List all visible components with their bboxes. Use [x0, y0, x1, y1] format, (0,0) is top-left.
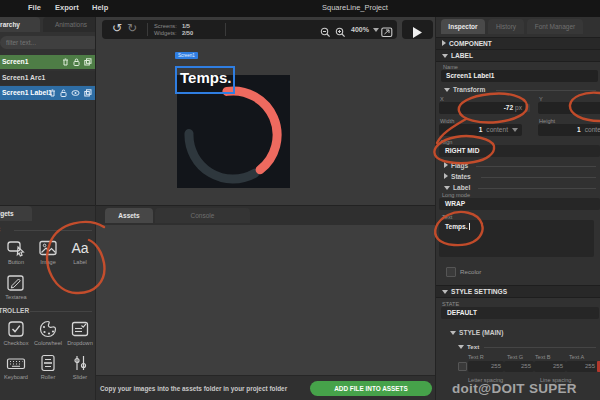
state-dropdown[interactable]: DEFAULT — [441, 307, 599, 319]
flags-section-header[interactable]: Flags — [444, 162, 468, 169]
duplicate-icon[interactable] — [84, 58, 92, 66]
widget-label-tool[interactable]: Aa Label — [65, 237, 95, 270]
lock-icon[interactable] — [73, 58, 80, 66]
hierarchy-row-arc1[interactable]: Screen1 Arc1 — [0, 71, 95, 85]
text-g-label: Text G — [507, 354, 523, 360]
name-input[interactable]: Screen1 Label1 — [441, 70, 598, 82]
menu-file[interactable]: File — [28, 3, 41, 12]
label-widget[interactable]: Temps. — [177, 68, 233, 88]
section-controller: CONTROLLER — [0, 307, 29, 314]
hierarchy-row-screen1[interactable]: Screen1 — [0, 55, 95, 69]
tab-assets[interactable]: Assets — [105, 208, 153, 223]
transform-section-header[interactable]: Transform — [444, 86, 485, 93]
widget-slider[interactable]: Slider — [65, 352, 95, 385]
menu-help[interactable]: Help — [92, 3, 108, 12]
widget-checkbox[interactable]: Checkbox — [1, 318, 31, 351]
widget-label: Image — [33, 259, 63, 265]
style-settings-section-header[interactable]: STYLE SETTINGS — [436, 285, 600, 298]
section-divider — [484, 347, 596, 348]
selection-tag: Screen1 — [175, 52, 198, 59]
long-mode-dropdown[interactable]: WRAP — [439, 198, 600, 210]
tab-console[interactable]: Console — [155, 208, 250, 223]
text-a-input[interactable]: 255 — [566, 361, 598, 372]
toolbar-divider — [225, 23, 226, 36]
width-input[interactable]: 1content — [439, 124, 522, 136]
zoom-level-value[interactable]: 400% — [351, 20, 369, 39]
fit-screen-icon[interactable] — [381, 24, 393, 42]
assets-bottom-bar: Copy your images into the assets folder … — [95, 375, 435, 400]
recolor-checkbox[interactable] — [446, 267, 456, 277]
text-style-section-header[interactable]: Text — [458, 343, 479, 350]
widget-label: Roller — [33, 374, 63, 380]
text-caret — [469, 223, 470, 230]
align-dropdown[interactable]: RIGHT MID — [439, 145, 600, 157]
widget-colorwheel[interactable]: Colorwheel — [33, 318, 63, 351]
screens-count-value: 1/5 — [182, 23, 190, 30]
add-file-into-assets-button[interactable]: ADD FILE INTO ASSETS — [310, 381, 432, 396]
text-g-input[interactable]: 255 — [504, 361, 534, 372]
expand-arrow-icon — [442, 40, 446, 46]
tab-animations[interactable]: Animations — [43, 17, 96, 32]
design-canvas[interactable]: ↺ ↻ Screens: 1/5 Widgets: 2/50 400% Scre… — [95, 17, 435, 205]
label-section-header[interactable]: LABEL — [436, 49, 600, 62]
tab-font-manager[interactable]: Font Manager — [527, 19, 583, 34]
expand-arrow-icon — [444, 173, 448, 179]
delete-icon[interactable] — [62, 58, 69, 66]
x-stepper[interactable] — [525, 104, 530, 112]
tab-history[interactable]: History — [488, 19, 524, 34]
widgets-count-value: 2/50 — [182, 30, 193, 37]
widget-label: Dropdown — [65, 340, 95, 346]
arc-track — [189, 134, 255, 180]
label-subsection-header[interactable]: Label — [444, 184, 470, 191]
duplicate-icon[interactable] — [84, 89, 92, 97]
menu-export[interactable]: Export — [55, 3, 79, 12]
zoom-dropdown-icon[interactable] — [373, 28, 379, 32]
recolor-label: Recolor — [460, 268, 481, 275]
text-r-input[interactable]: 255 — [468, 361, 504, 372]
widget-keyboard[interactable]: Keyboard — [1, 352, 31, 385]
selection-box[interactable]: Screen1 Temps. — [175, 66, 235, 94]
text-color-checkbox[interactable] — [458, 362, 467, 371]
text-textarea[interactable]: Temps. — [439, 220, 594, 257]
inspector-panel: Inspector History Font Manager COMPONENT… — [435, 17, 600, 400]
widget-dropdown[interactable]: Dropdown — [65, 318, 95, 351]
widget-label: Label — [65, 259, 95, 265]
hierarchy-row-name: Screen1 — [2, 58, 28, 65]
tab-hierarchy[interactable]: Hierarchy — [0, 17, 40, 32]
zoom-in-icon[interactable] — [335, 24, 346, 42]
delete-icon[interactable] — [49, 89, 56, 97]
widget-image[interactable]: Image — [33, 237, 63, 270]
play-button[interactable] — [402, 20, 433, 39]
states-section-header[interactable]: States — [444, 173, 471, 180]
roller-widget-icon — [33, 352, 63, 374]
collapse-arrow-icon — [444, 186, 450, 190]
tab-inspector[interactable]: Inspector — [441, 19, 485, 34]
y-input[interactable]: -59 px — [538, 102, 600, 114]
tab-widgets[interactable]: Widgets — [0, 206, 32, 221]
x-input[interactable]: -72 px — [439, 102, 526, 114]
hierarchy-row-name: Screen1 Arc1 — [2, 74, 45, 81]
text-r-label: Text R — [468, 354, 484, 360]
hierarchy-row-label1[interactable]: Screen1 Label1 — [0, 86, 95, 100]
section-divider — [478, 188, 596, 189]
widget-button[interactable]: Button — [1, 237, 31, 270]
toolbar-divider — [147, 23, 148, 36]
screens-count-label: Screens: — [154, 23, 177, 30]
hierarchy-row-name: Screen1 Label1 — [2, 89, 52, 96]
widget-roller[interactable]: Roller — [33, 352, 63, 385]
style-main-section-header[interactable]: STYLE (MAIN) — [450, 329, 503, 336]
screen-preview[interactable]: Screen1 Temps. — [177, 75, 290, 188]
unlock-icon[interactable] — [60, 89, 67, 97]
widget-textarea[interactable]: Textarea — [1, 272, 31, 305]
collapse-arrow-icon — [442, 290, 448, 294]
text-b-input[interactable]: 255 — [534, 361, 566, 372]
undo-icon[interactable]: ↺ — [112, 20, 122, 37]
collapse-arrow-icon — [444, 88, 450, 92]
visibility-icon[interactable] — [71, 89, 80, 97]
collapse-arrow-icon — [458, 345, 464, 349]
height-input[interactable]: 1content — [538, 124, 600, 136]
zoom-out-icon[interactable] — [320, 24, 331, 42]
redo-icon[interactable]: ↻ — [127, 20, 137, 37]
hierarchy-search-input[interactable] — [0, 36, 96, 49]
assets-content-area[interactable] — [95, 225, 435, 375]
